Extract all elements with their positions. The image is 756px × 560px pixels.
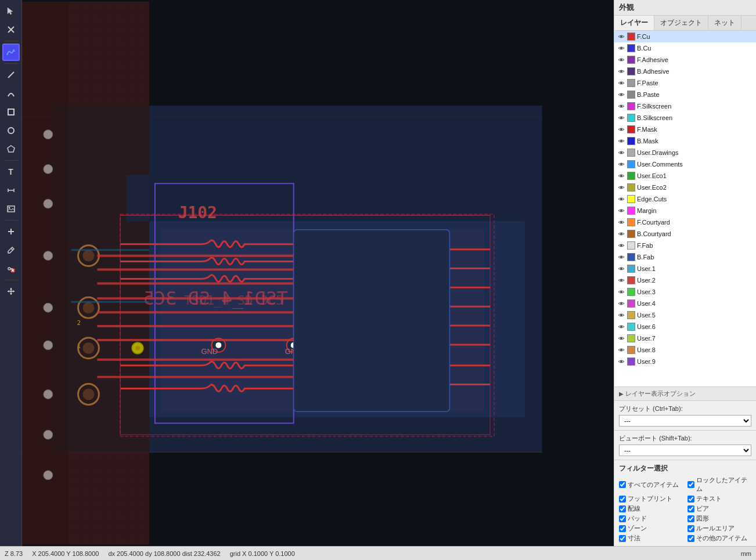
layer-item-f-mask[interactable]: F.Mask: [614, 124, 756, 135]
layer-item-user-6[interactable]: User.6: [614, 321, 756, 333]
polygon-tool-button[interactable]: [2, 140, 20, 158]
layer-item-user-3[interactable]: User.3: [614, 286, 756, 298]
layer-visibility-9[interactable]: [617, 136, 626, 146]
layer-item-user-8[interactable]: User.8: [614, 344, 756, 356]
layer-item-margin[interactable]: Margin: [614, 205, 756, 216]
layer-visibility-17[interactable]: [617, 229, 626, 239]
filter-checkbox-9[interactable]: [687, 525, 694, 532]
layer-visibility-8[interactable]: [617, 125, 626, 134]
filter-checkbox-4[interactable]: [619, 505, 626, 512]
tab-object[interactable]: オブジェクト: [654, 16, 708, 30]
arc-tool-button[interactable]: [2, 85, 20, 102]
layer-visibility-14[interactable]: [617, 194, 626, 204]
layer-item-f-adhesive[interactable]: F.Adhesive: [614, 54, 756, 66]
layer-visibility-13[interactable]: [617, 183, 626, 192]
layer-item-b-paste[interactable]: B.Paste: [614, 89, 756, 100]
layer-item-user-comments[interactable]: User.Comments: [614, 158, 756, 170]
layer-visibility-21[interactable]: [617, 276, 626, 285]
layer-color-swatch: [627, 288, 635, 296]
preset-select[interactable]: ---: [619, 415, 751, 427]
layer-visibility-28[interactable]: [617, 357, 626, 366]
layer-visibility-2[interactable]: [617, 55, 626, 64]
filter-checkbox-0[interactable]: [619, 481, 626, 488]
layer-item-f-courtyard[interactable]: F.Courtyard: [614, 216, 756, 228]
layer-visibility-20[interactable]: [617, 264, 626, 273]
layer-visibility-18[interactable]: [617, 241, 626, 250]
layer-visibility-1[interactable]: [617, 44, 626, 53]
layer-item-b-mask[interactable]: B.Mask: [614, 135, 756, 147]
route-tool-button[interactable]: [2, 44, 20, 61]
layer-visibility-11[interactable]: [617, 160, 626, 169]
filter-checkbox-10[interactable]: [619, 535, 626, 542]
filter-checkbox-11[interactable]: [687, 535, 694, 542]
layer-visibility-26[interactable]: [617, 334, 626, 343]
layer-item-user-drawings[interactable]: User.Drawings: [614, 147, 756, 158]
layer-visibility-22[interactable]: [617, 287, 626, 297]
delete-tool-button[interactable]: [2, 21, 20, 38]
filter-checkbox-5[interactable]: [687, 505, 694, 512]
tab-layer[interactable]: レイヤー: [614, 16, 654, 30]
filter-item-4: 配線: [619, 504, 683, 513]
layer-item-b-cu[interactable]: B.Cu: [614, 42, 756, 54]
layer-visibility-3[interactable]: [617, 67, 626, 76]
layer-visibility-15[interactable]: [617, 206, 626, 215]
layer-item-user-2[interactable]: User.2: [614, 274, 756, 286]
filter-checkbox-7[interactable]: [687, 515, 694, 522]
filter-checkbox-2[interactable]: [619, 496, 626, 503]
filter-label-8: ゾーン: [628, 524, 647, 533]
move-tool-button[interactable]: [2, 283, 20, 300]
layer-visibility-4[interactable]: [617, 78, 626, 88]
layer-item-f-paste[interactable]: F.Paste: [614, 77, 756, 89]
layer-item-user-4[interactable]: User.4: [614, 298, 756, 309]
add-footprint-button[interactable]: [2, 223, 20, 240]
select-tool-button[interactable]: [2, 2, 20, 20]
layer-visibility-19[interactable]: [617, 252, 626, 262]
layer-visibility-24[interactable]: [617, 310, 626, 320]
layer-item-f-silkscreen[interactable]: F.Silkscreen: [614, 100, 756, 112]
layer-item-user-eco1[interactable]: User.Eco1: [614, 170, 756, 182]
filter-checkbox-6[interactable]: [619, 515, 626, 522]
layer-item-b-silkscreen[interactable]: B.Silkscreen: [614, 112, 756, 124]
layer-visibility-27[interactable]: [617, 345, 626, 355]
delete-item-button[interactable]: [2, 260, 20, 277]
layer-item-user-5[interactable]: User.5: [614, 309, 756, 321]
rect-tool-button[interactable]: [2, 103, 20, 121]
circle-tool-button[interactable]: [2, 122, 20, 139]
layer-item-user-7[interactable]: User.7: [614, 333, 756, 344]
layer-item-b-courtyard[interactable]: B.Courtyard: [614, 228, 756, 240]
layer-item-f-cu[interactable]: F.Cu: [614, 31, 756, 42]
layer-item-edge-cuts[interactable]: Edge.Cuts: [614, 193, 756, 205]
dimension-tool-button[interactable]: [2, 182, 20, 199]
text-tool-button[interactable]: T: [2, 163, 20, 180]
image-tool-button[interactable]: [2, 200, 20, 218]
filter-checkbox-1[interactable]: [687, 481, 694, 488]
pcb-canvas[interactable]: J102 TSD1_4 SD 3C5 TSD1_4 SD 3C5 GND GND: [22, 0, 614, 546]
viewport-select[interactable]: ---: [619, 445, 751, 456]
layer-item-user-eco2[interactable]: User.Eco2: [614, 182, 756, 193]
layer-visibility-5[interactable]: [617, 90, 626, 99]
layer-color-swatch: [627, 323, 635, 331]
edit-tool-button[interactable]: [2, 241, 20, 259]
filter-checkbox-8[interactable]: [619, 525, 626, 532]
layer-item-b-fab[interactable]: B.Fab: [614, 251, 756, 263]
layer-visibility-25[interactable]: [617, 322, 626, 331]
panel-header: 外観: [614, 0, 756, 16]
layer-visibility-0[interactable]: [617, 32, 626, 41]
layer-color-swatch: [627, 91, 635, 99]
layer-item-user-9[interactable]: User.9: [614, 356, 756, 367]
layer-visibility-16[interactable]: [617, 218, 626, 227]
layer-name-label: User.Drawings: [637, 149, 679, 156]
layer-item-user-1[interactable]: User.1: [614, 263, 756, 274]
tab-net[interactable]: ネット: [708, 16, 741, 30]
svg-marker-20: [10, 288, 12, 290]
layer-visibility-23[interactable]: [617, 299, 626, 308]
line-tool-button[interactable]: [2, 66, 20, 84]
layer-display-options[interactable]: レイヤー表示オプション: [614, 386, 756, 400]
layer-visibility-10[interactable]: [617, 148, 626, 157]
filter-checkbox-3[interactable]: [687, 496, 694, 503]
layer-visibility-6[interactable]: [617, 102, 626, 111]
layer-visibility-12[interactable]: [617, 171, 626, 180]
layer-item-b-adhesive[interactable]: B.Adhesive: [614, 66, 756, 77]
layer-visibility-7[interactable]: [617, 113, 626, 122]
layer-item-f-fab[interactable]: F.Fab: [614, 240, 756, 251]
